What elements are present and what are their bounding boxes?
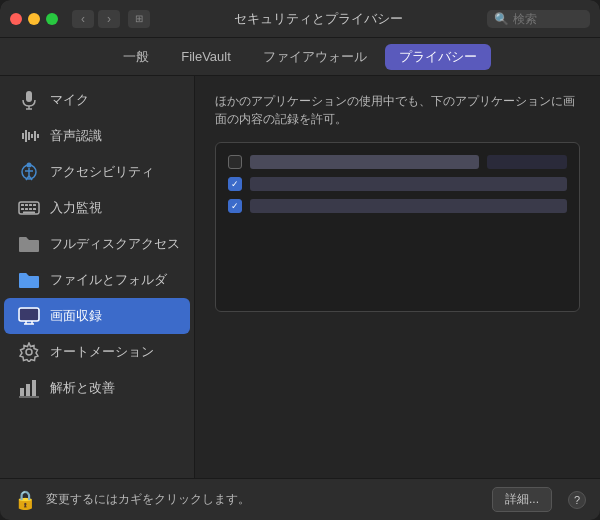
tab-filevault[interactable]: FileVault — [167, 45, 245, 68]
sidebar-label-screen: 画面収録 — [50, 307, 102, 325]
chart-icon — [18, 377, 40, 399]
sidebar-label-analytics: 解析と改善 — [50, 379, 115, 397]
tab-general[interactable]: 一般 — [109, 44, 163, 70]
svg-rect-18 — [25, 204, 28, 206]
sidebar-item-fulldisk[interactable]: フルディスクアクセス — [4, 226, 190, 262]
list-item — [220, 195, 575, 217]
svg-rect-17 — [21, 204, 24, 206]
app2-checkbox[interactable] — [228, 177, 242, 191]
window-title: セキュリティとプライバシー — [150, 10, 487, 28]
svg-rect-23 — [29, 208, 32, 210]
svg-point-31 — [26, 349, 32, 355]
svg-rect-20 — [33, 204, 36, 206]
svg-rect-0 — [26, 91, 32, 102]
svg-rect-24 — [33, 208, 36, 210]
maximize-button[interactable] — [46, 13, 58, 25]
tab-firewall[interactable]: ファイアウォール — [249, 44, 381, 70]
right-panel: ほかのアプリケーションの使用中でも、下のアプリケーションに画面の内容の記録を許可… — [195, 76, 600, 478]
app3-name-bar — [250, 199, 567, 213]
app2-name-bar — [250, 177, 567, 191]
svg-rect-19 — [29, 204, 32, 206]
sidebar-label-files: ファイルとフォルダ — [50, 271, 167, 289]
svg-rect-25 — [23, 212, 35, 214]
folder-blue-icon — [18, 269, 40, 291]
list-item — [220, 173, 575, 195]
sidebar-label-automation: オートメーション — [50, 343, 154, 361]
microphone-icon — [18, 89, 40, 111]
sidebar-item-analytics[interactable]: 解析と改善 — [4, 370, 190, 406]
svg-rect-22 — [25, 208, 28, 210]
app1-checkbox[interactable] — [228, 155, 242, 169]
sidebar-item-microphone[interactable]: マイク — [4, 82, 190, 118]
minimize-button[interactable] — [28, 13, 40, 25]
footer-lock-text: 変更するにはカギをクリックします。 — [46, 491, 482, 508]
nav-buttons: ‹ › ⊞ — [72, 10, 150, 28]
traffic-lights — [10, 13, 58, 25]
search-input[interactable] — [513, 12, 583, 26]
gear-icon — [18, 341, 40, 363]
sidebar-label-speech: 音声認識 — [50, 127, 102, 145]
grid-button[interactable]: ⊞ — [128, 10, 150, 28]
details-button[interactable]: 詳細... — [492, 487, 552, 512]
forward-button[interactable]: › — [98, 10, 120, 28]
titlebar: ‹ › ⊞ セキュリティとプライバシー 🔍 — [0, 0, 600, 38]
tabs-row: 一般 FileVault ファイアウォール プライバシー — [0, 38, 600, 76]
sidebar-item-speech[interactable]: 音声認識 — [4, 118, 190, 154]
screen-icon — [18, 305, 40, 327]
sidebar-label-microphone: マイク — [50, 91, 89, 109]
svg-rect-33 — [26, 384, 30, 396]
lock-icon[interactable]: 🔒 — [14, 489, 36, 511]
keyboard-icon — [18, 197, 40, 219]
app1-name-bar — [250, 155, 479, 169]
footer: 🔒 変更するにはカギをクリックします。 詳細... ? — [0, 478, 600, 520]
sidebar: マイク 音声認識 — [0, 76, 195, 478]
app3-checkbox[interactable] — [228, 199, 242, 213]
folder-icon — [18, 233, 40, 255]
svg-rect-32 — [20, 388, 24, 396]
app-list-box — [215, 142, 580, 312]
svg-rect-27 — [20, 309, 38, 320]
sidebar-label-fulldisk: フルディスクアクセス — [50, 235, 180, 253]
svg-rect-21 — [21, 208, 24, 210]
close-button[interactable] — [10, 13, 22, 25]
main-content: マイク 音声認識 — [0, 76, 600, 478]
app1-extra — [487, 155, 567, 169]
sidebar-item-files[interactable]: ファイルとフォルダ — [4, 262, 190, 298]
back-button[interactable]: ‹ — [72, 10, 94, 28]
waveform-icon — [18, 125, 40, 147]
accessibility-icon — [18, 161, 40, 183]
help-button[interactable]: ? — [568, 491, 586, 509]
sidebar-item-accessibility[interactable]: アクセシビリティ — [4, 154, 190, 190]
sidebar-item-input[interactable]: 入力監視 — [4, 190, 190, 226]
search-bar[interactable]: 🔍 — [487, 10, 590, 28]
list-item — [220, 151, 575, 173]
tab-privacy[interactable]: プライバシー — [385, 44, 491, 70]
svg-rect-34 — [32, 380, 36, 396]
panel-description: ほかのアプリケーションの使用中でも、下のアプリケーションに画面の内容の記録を許可… — [215, 92, 580, 128]
sidebar-label-input: 入力監視 — [50, 199, 102, 217]
sidebar-item-automation[interactable]: オートメーション — [4, 334, 190, 370]
sidebar-label-accessibility: アクセシビリティ — [50, 163, 154, 181]
sidebar-item-screen[interactable]: 画面収録 — [4, 298, 190, 334]
search-icon: 🔍 — [494, 12, 509, 26]
